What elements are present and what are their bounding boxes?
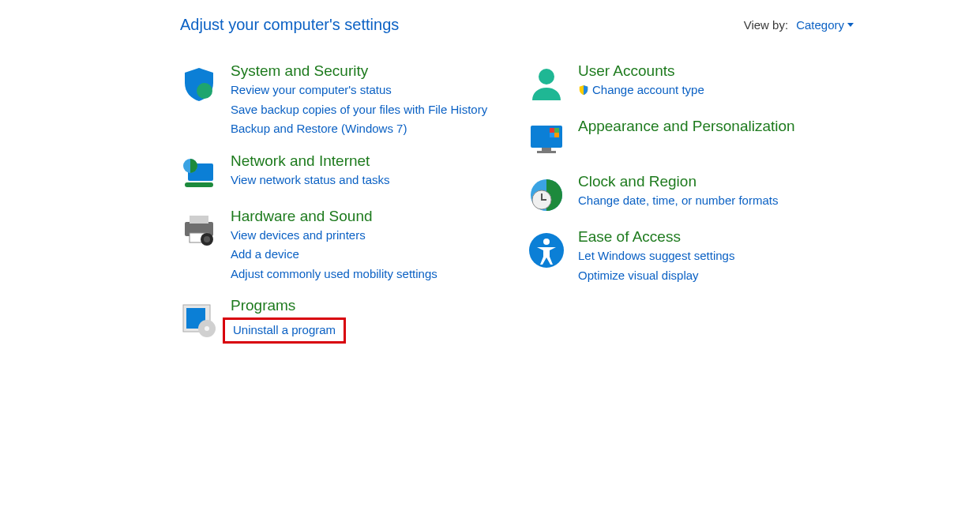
category-title-hardware-sound[interactable]: Hardware and Sound <box>231 208 437 225</box>
link-ease-of-access-1[interactable]: Optimize visual display <box>578 267 734 285</box>
svg-point-12 <box>205 326 209 331</box>
category-appearance: Appearance and Personalization <box>528 118 843 159</box>
category-ease-of-access: Ease of AccessLet Windows suggest settin… <box>528 228 843 284</box>
svg-rect-16 <box>537 151 556 153</box>
svg-rect-3 <box>185 182 213 187</box>
clock-icon <box>528 176 565 214</box>
svg-rect-18 <box>554 128 559 133</box>
category-title-clock-region[interactable]: Clock and Region <box>578 173 778 190</box>
link-user-accounts-0[interactable]: Change account type <box>578 81 704 100</box>
svg-rect-17 <box>550 128 554 133</box>
network-icon <box>180 156 218 193</box>
ease-icon <box>528 231 565 269</box>
category-user-accounts: User AccountsChange account type <box>528 62 843 103</box>
category-system-security: System and SecurityReview your computer'… <box>180 62 496 138</box>
svg-point-0 <box>197 83 212 99</box>
category-network-internet: Network and InternetView network status … <box>180 152 496 193</box>
link-hardware-sound-1[interactable]: Add a device <box>231 246 437 264</box>
link-hardware-sound-2[interactable]: Adjust commonly used mobility settings <box>231 265 437 284</box>
svg-rect-5 <box>190 216 208 224</box>
link-programs-0[interactable]: Uninstall a program <box>233 321 336 340</box>
link-ease-of-access-0[interactable]: Let Windows suggest settings <box>578 247 734 265</box>
link-text: Change account type <box>592 81 704 100</box>
view-by-dropdown[interactable]: Category <box>796 18 854 32</box>
programs-icon <box>180 300 218 338</box>
appearance-icon <box>528 121 565 159</box>
svg-point-8 <box>204 236 210 242</box>
link-system-security-1[interactable]: Save backup copies of your files with Fi… <box>231 101 487 119</box>
uac-shield-icon <box>578 85 589 96</box>
svg-point-13 <box>539 69 554 85</box>
chevron-down-icon <box>847 23 854 27</box>
link-system-security-0[interactable]: Review your computer's status <box>231 81 487 100</box>
svg-rect-15 <box>542 148 551 151</box>
user-icon <box>528 66 565 103</box>
svg-rect-20 <box>554 133 559 137</box>
link-clock-region-0[interactable]: Change date, time, or number formats <box>578 192 778 210</box>
view-by-label: View by: <box>744 18 788 32</box>
category-programs: ProgramsUninstall a program <box>180 297 496 344</box>
view-by-control: View by: Category <box>744 18 854 32</box>
highlight-box: Uninstall a program <box>223 317 346 344</box>
category-title-network-internet[interactable]: Network and Internet <box>231 152 390 170</box>
category-title-user-accounts[interactable]: User Accounts <box>578 62 704 80</box>
category-title-appearance[interactable]: Appearance and Personalization <box>578 118 795 135</box>
category-title-ease-of-access[interactable]: Ease of Access <box>578 228 734 246</box>
category-title-programs[interactable]: Programs <box>231 297 346 314</box>
category-clock-region: Clock and RegionChange date, time, or nu… <box>528 173 843 214</box>
shield-icon <box>180 66 218 103</box>
link-hardware-sound-0[interactable]: View devices and printers <box>231 227 437 245</box>
page-title: Adjust your computer's settings <box>180 16 399 34</box>
link-system-security-2[interactable]: Backup and Restore (Windows 7) <box>231 120 487 138</box>
printer-icon <box>180 211 218 249</box>
svg-point-24 <box>543 239 550 245</box>
link-network-internet-0[interactable]: View network status and tasks <box>231 171 390 190</box>
svg-rect-19 <box>550 133 554 137</box>
category-title-system-security[interactable]: System and Security <box>231 62 487 80</box>
category-hardware-sound: Hardware and SoundView devices and print… <box>180 208 496 284</box>
view-by-value: Category <box>796 18 844 32</box>
